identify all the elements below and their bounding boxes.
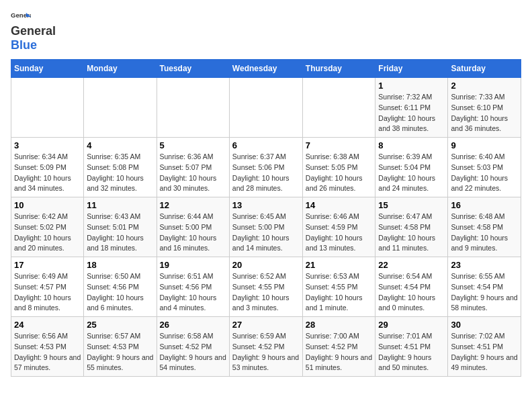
day-info: Sunrise: 6:56 AMSunset: 4:53 PMDaylight:… <box>14 331 81 373</box>
calendar-cell: 17Sunrise: 6:49 AMSunset: 4:57 PMDayligh… <box>11 257 84 317</box>
calendar-cell: 23Sunrise: 6:55 AMSunset: 4:54 PMDayligh… <box>448 257 521 317</box>
day-info: Sunrise: 6:42 AMSunset: 5:02 PMDaylight:… <box>14 212 81 254</box>
day-info: Sunrise: 6:52 AMSunset: 4:55 PMDaylight:… <box>232 271 300 314</box>
calendar-cell: 26Sunrise: 6:58 AMSunset: 4:52 PMDayligh… <box>157 317 229 377</box>
day-number: 1 <box>378 81 445 91</box>
header-row: SundayMondayTuesdayWednesdayThursdayFrid… <box>11 60 521 78</box>
calendar-week: 24Sunrise: 6:56 AMSunset: 4:53 PMDayligh… <box>11 317 521 377</box>
logo-general: General <box>11 24 56 38</box>
calendar-week: 1Sunrise: 7:32 AMSunset: 6:11 PMDaylight… <box>11 78 521 138</box>
calendar-week: 10Sunrise: 6:42 AMSunset: 5:02 PMDayligh… <box>11 197 521 257</box>
day-info: Sunrise: 7:02 AMSunset: 4:51 PMDaylight:… <box>451 331 518 373</box>
calendar-cell: 30Sunrise: 7:02 AMSunset: 4:51 PMDayligh… <box>448 317 521 377</box>
day-number: 7 <box>306 140 373 150</box>
day-info: Sunrise: 6:38 AMSunset: 5:05 PMDaylight:… <box>306 152 373 194</box>
day-info: Sunrise: 6:37 AMSunset: 5:06 PMDaylight:… <box>232 152 300 194</box>
calendar-cell: 4Sunrise: 6:35 AMSunset: 5:08 PMDaylight… <box>84 138 157 197</box>
weekday-header: Saturday <box>448 60 521 78</box>
day-number: 5 <box>160 140 226 150</box>
weekday-header: Wednesday <box>229 60 302 78</box>
day-info: Sunrise: 6:46 AMSunset: 4:59 PMDaylight:… <box>306 212 373 254</box>
calendar-cell: 20Sunrise: 6:52 AMSunset: 4:55 PMDayligh… <box>229 257 302 317</box>
calendar-cell: 28Sunrise: 7:00 AMSunset: 4:52 PMDayligh… <box>302 317 375 377</box>
day-number: 26 <box>160 320 226 330</box>
calendar-cell: 9Sunrise: 6:40 AMSunset: 5:03 PMDaylight… <box>448 138 521 197</box>
calendar-cell: 21Sunrise: 6:53 AMSunset: 4:55 PMDayligh… <box>302 257 375 317</box>
day-info: Sunrise: 6:51 AMSunset: 4:56 PMDaylight:… <box>160 271 226 314</box>
day-info: Sunrise: 6:49 AMSunset: 4:57 PMDaylight:… <box>14 271 81 314</box>
day-number: 11 <box>87 200 153 210</box>
calendar-table: SundayMondayTuesdayWednesdayThursdayFrid… <box>11 59 521 377</box>
day-info: Sunrise: 6:58 AMSunset: 4:52 PMDaylight:… <box>160 331 226 373</box>
day-info: Sunrise: 6:45 AMSunset: 5:00 PMDaylight:… <box>232 212 300 254</box>
day-info: Sunrise: 6:50 AMSunset: 4:56 PMDaylight:… <box>87 271 153 314</box>
calendar-cell <box>302 78 375 138</box>
calendar-body: 1Sunrise: 7:32 AMSunset: 6:11 PMDaylight… <box>11 78 521 377</box>
day-number: 29 <box>378 320 445 330</box>
header: General General Blue <box>11 11 521 52</box>
day-info: Sunrise: 7:01 AMSunset: 4:51 PMDaylight:… <box>378 331 445 373</box>
calendar-cell: 14Sunrise: 6:46 AMSunset: 4:59 PMDayligh… <box>302 197 375 257</box>
day-number: 14 <box>306 200 373 210</box>
calendar-cell: 7Sunrise: 6:38 AMSunset: 5:05 PMDaylight… <box>302 138 375 197</box>
calendar-cell: 8Sunrise: 6:39 AMSunset: 5:04 PMDaylight… <box>375 138 448 197</box>
day-number: 21 <box>306 260 373 270</box>
day-number: 9 <box>451 140 518 150</box>
day-number: 17 <box>14 260 81 270</box>
calendar-cell: 27Sunrise: 6:59 AMSunset: 4:52 PMDayligh… <box>229 317 302 377</box>
day-number: 12 <box>160 200 226 210</box>
calendar-cell: 5Sunrise: 6:36 AMSunset: 5:07 PMDaylight… <box>157 138 229 197</box>
day-info: Sunrise: 6:40 AMSunset: 5:03 PMDaylight:… <box>451 152 518 194</box>
day-info: Sunrise: 6:43 AMSunset: 5:01 PMDaylight:… <box>87 212 153 254</box>
day-info: Sunrise: 7:33 AMSunset: 6:10 PMDaylight:… <box>451 92 518 134</box>
calendar-cell: 29Sunrise: 7:01 AMSunset: 4:51 PMDayligh… <box>375 317 448 377</box>
weekday-header: Friday <box>375 60 448 78</box>
calendar-cell: 6Sunrise: 6:37 AMSunset: 5:06 PMDaylight… <box>229 138 302 197</box>
day-number: 28 <box>306 320 373 330</box>
calendar-cell: 19Sunrise: 6:51 AMSunset: 4:56 PMDayligh… <box>157 257 229 317</box>
day-number: 16 <box>451 200 518 210</box>
calendar-cell: 10Sunrise: 6:42 AMSunset: 5:02 PMDayligh… <box>11 197 84 257</box>
day-number: 4 <box>87 140 153 150</box>
day-number: 25 <box>87 320 153 330</box>
weekday-header: Monday <box>84 60 157 78</box>
day-info: Sunrise: 6:59 AMSunset: 4:52 PMDaylight:… <box>232 331 300 373</box>
calendar-cell <box>157 78 229 138</box>
day-number: 15 <box>378 200 445 210</box>
day-number: 23 <box>451 260 518 270</box>
day-number: 13 <box>232 200 300 210</box>
day-number: 22 <box>378 260 445 270</box>
day-info: Sunrise: 6:48 AMSunset: 4:58 PMDaylight:… <box>451 212 518 254</box>
day-number: 6 <box>232 140 300 150</box>
calendar-cell: 15Sunrise: 6:47 AMSunset: 4:58 PMDayligh… <box>375 197 448 257</box>
calendar-week: 17Sunrise: 6:49 AMSunset: 4:57 PMDayligh… <box>11 257 521 317</box>
day-info: Sunrise: 6:53 AMSunset: 4:55 PMDaylight:… <box>306 271 373 314</box>
day-number: 8 <box>378 140 445 150</box>
calendar-cell <box>229 78 302 138</box>
calendar-cell: 18Sunrise: 6:50 AMSunset: 4:56 PMDayligh… <box>84 257 157 317</box>
calendar-week: 3Sunrise: 6:34 AMSunset: 5:09 PMDaylight… <box>11 138 521 197</box>
calendar-cell: 13Sunrise: 6:45 AMSunset: 5:00 PMDayligh… <box>229 197 302 257</box>
calendar-cell: 2Sunrise: 7:33 AMSunset: 6:10 PMDaylight… <box>448 78 521 138</box>
day-info: Sunrise: 7:32 AMSunset: 6:11 PMDaylight:… <box>378 92 445 134</box>
day-info: Sunrise: 7:00 AMSunset: 4:52 PMDaylight:… <box>306 331 373 373</box>
calendar-header: SundayMondayTuesdayWednesdayThursdayFrid… <box>11 60 521 78</box>
calendar-cell: 3Sunrise: 6:34 AMSunset: 5:09 PMDaylight… <box>11 138 84 197</box>
logo: General General Blue <box>11 11 56 52</box>
calendar-cell: 24Sunrise: 6:56 AMSunset: 4:53 PMDayligh… <box>11 317 84 377</box>
calendar-cell: 12Sunrise: 6:44 AMSunset: 5:00 PMDayligh… <box>157 197 229 257</box>
calendar-cell: 22Sunrise: 6:54 AMSunset: 4:54 PMDayligh… <box>375 257 448 317</box>
day-info: Sunrise: 6:57 AMSunset: 4:53 PMDaylight:… <box>87 331 153 373</box>
logo-icon: General <box>11 11 31 23</box>
day-number: 18 <box>87 260 153 270</box>
day-number: 3 <box>14 140 81 150</box>
weekday-header: Thursday <box>302 60 375 78</box>
day-info: Sunrise: 6:44 AMSunset: 5:00 PMDaylight:… <box>160 212 226 254</box>
calendar-cell: 16Sunrise: 6:48 AMSunset: 4:58 PMDayligh… <box>448 197 521 257</box>
calendar-cell <box>84 78 157 138</box>
day-number: 27 <box>232 320 300 330</box>
day-number: 2 <box>451 81 518 91</box>
day-number: 30 <box>451 320 518 330</box>
day-info: Sunrise: 6:47 AMSunset: 4:58 PMDaylight:… <box>378 212 445 254</box>
calendar-cell: 11Sunrise: 6:43 AMSunset: 5:01 PMDayligh… <box>84 197 157 257</box>
